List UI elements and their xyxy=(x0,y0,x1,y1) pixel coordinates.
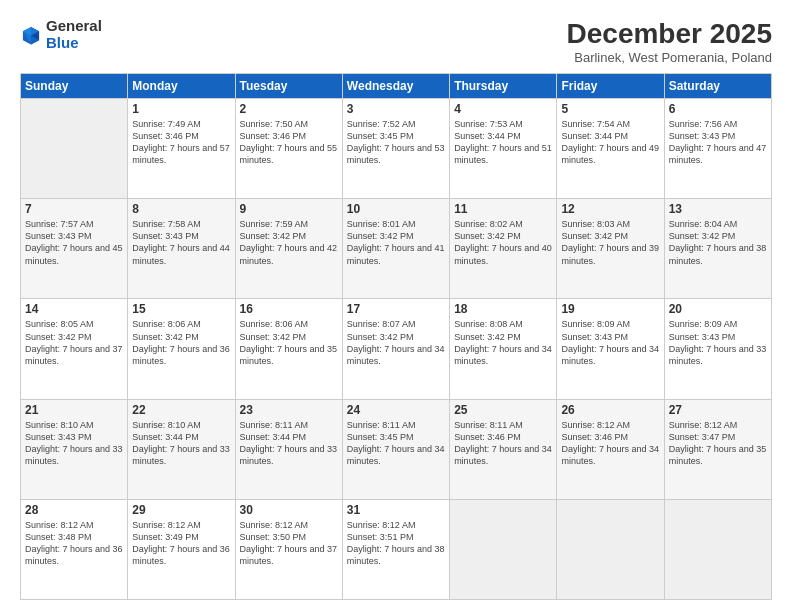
day-info: Sunrise: 7:58 AMSunset: 3:43 PMDaylight:… xyxy=(132,218,230,267)
calendar-cell xyxy=(557,499,664,599)
location-subtitle: Barlinek, West Pomerania, Poland xyxy=(567,50,772,65)
day-info: Sunrise: 8:11 AMSunset: 3:44 PMDaylight:… xyxy=(240,419,338,468)
calendar-week-3: 14Sunrise: 8:05 AMSunset: 3:42 PMDayligh… xyxy=(21,299,772,399)
calendar-cell: 27Sunrise: 8:12 AMSunset: 3:47 PMDayligh… xyxy=(664,399,771,499)
day-info: Sunrise: 8:12 AMSunset: 3:50 PMDaylight:… xyxy=(240,519,338,568)
day-number: 9 xyxy=(240,202,338,216)
day-number: 12 xyxy=(561,202,659,216)
day-number: 28 xyxy=(25,503,123,517)
calendar-cell: 23Sunrise: 8:11 AMSunset: 3:44 PMDayligh… xyxy=(235,399,342,499)
day-number: 30 xyxy=(240,503,338,517)
day-number: 8 xyxy=(132,202,230,216)
calendar-cell: 4Sunrise: 7:53 AMSunset: 3:44 PMDaylight… xyxy=(450,99,557,199)
page: General Blue December 2025 Barlinek, Wes… xyxy=(0,0,792,612)
logo-text: General Blue xyxy=(46,18,102,51)
calendar-cell: 7Sunrise: 7:57 AMSunset: 3:43 PMDaylight… xyxy=(21,199,128,299)
calendar-cell: 8Sunrise: 7:58 AMSunset: 3:43 PMDaylight… xyxy=(128,199,235,299)
logo-blue: Blue xyxy=(46,34,79,51)
calendar-cell: 14Sunrise: 8:05 AMSunset: 3:42 PMDayligh… xyxy=(21,299,128,399)
calendar-cell: 15Sunrise: 8:06 AMSunset: 3:42 PMDayligh… xyxy=(128,299,235,399)
calendar-cell: 26Sunrise: 8:12 AMSunset: 3:46 PMDayligh… xyxy=(557,399,664,499)
calendar-cell: 24Sunrise: 8:11 AMSunset: 3:45 PMDayligh… xyxy=(342,399,449,499)
calendar-cell: 20Sunrise: 8:09 AMSunset: 3:43 PMDayligh… xyxy=(664,299,771,399)
calendar-cell: 9Sunrise: 7:59 AMSunset: 3:42 PMDaylight… xyxy=(235,199,342,299)
day-number: 21 xyxy=(25,403,123,417)
header: General Blue December 2025 Barlinek, Wes… xyxy=(20,18,772,65)
calendar-week-5: 28Sunrise: 8:12 AMSunset: 3:48 PMDayligh… xyxy=(21,499,772,599)
logo-general: General xyxy=(46,17,102,34)
calendar-cell: 29Sunrise: 8:12 AMSunset: 3:49 PMDayligh… xyxy=(128,499,235,599)
day-number: 24 xyxy=(347,403,445,417)
day-info: Sunrise: 8:12 AMSunset: 3:47 PMDaylight:… xyxy=(669,419,767,468)
title-block: December 2025 Barlinek, West Pomerania, … xyxy=(567,18,772,65)
calendar-cell: 13Sunrise: 8:04 AMSunset: 3:42 PMDayligh… xyxy=(664,199,771,299)
calendar-cell: 25Sunrise: 8:11 AMSunset: 3:46 PMDayligh… xyxy=(450,399,557,499)
day-number: 26 xyxy=(561,403,659,417)
day-number: 3 xyxy=(347,102,445,116)
day-number: 14 xyxy=(25,302,123,316)
calendar-cell: 2Sunrise: 7:50 AMSunset: 3:46 PMDaylight… xyxy=(235,99,342,199)
calendar-cell xyxy=(664,499,771,599)
day-number: 27 xyxy=(669,403,767,417)
day-info: Sunrise: 8:06 AMSunset: 3:42 PMDaylight:… xyxy=(132,318,230,367)
day-info: Sunrise: 8:01 AMSunset: 3:42 PMDaylight:… xyxy=(347,218,445,267)
weekday-header-monday: Monday xyxy=(128,74,235,99)
day-number: 29 xyxy=(132,503,230,517)
day-number: 25 xyxy=(454,403,552,417)
calendar-cell: 30Sunrise: 8:12 AMSunset: 3:50 PMDayligh… xyxy=(235,499,342,599)
day-info: Sunrise: 8:12 AMSunset: 3:46 PMDaylight:… xyxy=(561,419,659,468)
day-number: 20 xyxy=(669,302,767,316)
calendar-table: SundayMondayTuesdayWednesdayThursdayFrid… xyxy=(20,73,772,600)
day-number: 2 xyxy=(240,102,338,116)
calendar-cell: 31Sunrise: 8:12 AMSunset: 3:51 PMDayligh… xyxy=(342,499,449,599)
day-number: 18 xyxy=(454,302,552,316)
day-number: 19 xyxy=(561,302,659,316)
weekday-header-thursday: Thursday xyxy=(450,74,557,99)
day-info: Sunrise: 8:06 AMSunset: 3:42 PMDaylight:… xyxy=(240,318,338,367)
day-info: Sunrise: 7:59 AMSunset: 3:42 PMDaylight:… xyxy=(240,218,338,267)
day-info: Sunrise: 7:53 AMSunset: 3:44 PMDaylight:… xyxy=(454,118,552,167)
day-info: Sunrise: 8:09 AMSunset: 3:43 PMDaylight:… xyxy=(561,318,659,367)
day-info: Sunrise: 8:12 AMSunset: 3:48 PMDaylight:… xyxy=(25,519,123,568)
day-number: 10 xyxy=(347,202,445,216)
day-number: 16 xyxy=(240,302,338,316)
calendar-cell: 16Sunrise: 8:06 AMSunset: 3:42 PMDayligh… xyxy=(235,299,342,399)
logo: General Blue xyxy=(20,18,102,51)
month-title: December 2025 xyxy=(567,18,772,50)
calendar-cell: 18Sunrise: 8:08 AMSunset: 3:42 PMDayligh… xyxy=(450,299,557,399)
weekday-header-tuesday: Tuesday xyxy=(235,74,342,99)
day-number: 1 xyxy=(132,102,230,116)
weekday-header-sunday: Sunday xyxy=(21,74,128,99)
day-info: Sunrise: 8:11 AMSunset: 3:46 PMDaylight:… xyxy=(454,419,552,468)
day-info: Sunrise: 7:50 AMSunset: 3:46 PMDaylight:… xyxy=(240,118,338,167)
day-info: Sunrise: 8:10 AMSunset: 3:43 PMDaylight:… xyxy=(25,419,123,468)
day-number: 7 xyxy=(25,202,123,216)
logo-icon xyxy=(20,24,42,46)
calendar-cell: 11Sunrise: 8:02 AMSunset: 3:42 PMDayligh… xyxy=(450,199,557,299)
calendar-cell: 22Sunrise: 8:10 AMSunset: 3:44 PMDayligh… xyxy=(128,399,235,499)
day-info: Sunrise: 8:07 AMSunset: 3:42 PMDaylight:… xyxy=(347,318,445,367)
day-number: 15 xyxy=(132,302,230,316)
day-info: Sunrise: 7:57 AMSunset: 3:43 PMDaylight:… xyxy=(25,218,123,267)
calendar-cell: 6Sunrise: 7:56 AMSunset: 3:43 PMDaylight… xyxy=(664,99,771,199)
day-number: 31 xyxy=(347,503,445,517)
calendar-cell: 21Sunrise: 8:10 AMSunset: 3:43 PMDayligh… xyxy=(21,399,128,499)
day-info: Sunrise: 8:10 AMSunset: 3:44 PMDaylight:… xyxy=(132,419,230,468)
calendar-cell: 10Sunrise: 8:01 AMSunset: 3:42 PMDayligh… xyxy=(342,199,449,299)
day-info: Sunrise: 8:05 AMSunset: 3:42 PMDaylight:… xyxy=(25,318,123,367)
weekday-header-row: SundayMondayTuesdayWednesdayThursdayFrid… xyxy=(21,74,772,99)
calendar-cell: 1Sunrise: 7:49 AMSunset: 3:46 PMDaylight… xyxy=(128,99,235,199)
day-info: Sunrise: 8:03 AMSunset: 3:42 PMDaylight:… xyxy=(561,218,659,267)
day-info: Sunrise: 7:49 AMSunset: 3:46 PMDaylight:… xyxy=(132,118,230,167)
calendar-cell: 5Sunrise: 7:54 AMSunset: 3:44 PMDaylight… xyxy=(557,99,664,199)
day-info: Sunrise: 8:08 AMSunset: 3:42 PMDaylight:… xyxy=(454,318,552,367)
day-info: Sunrise: 8:04 AMSunset: 3:42 PMDaylight:… xyxy=(669,218,767,267)
calendar-week-4: 21Sunrise: 8:10 AMSunset: 3:43 PMDayligh… xyxy=(21,399,772,499)
calendar-cell: 17Sunrise: 8:07 AMSunset: 3:42 PMDayligh… xyxy=(342,299,449,399)
day-info: Sunrise: 8:02 AMSunset: 3:42 PMDaylight:… xyxy=(454,218,552,267)
calendar-cell xyxy=(450,499,557,599)
day-info: Sunrise: 7:52 AMSunset: 3:45 PMDaylight:… xyxy=(347,118,445,167)
calendar-week-1: 1Sunrise: 7:49 AMSunset: 3:46 PMDaylight… xyxy=(21,99,772,199)
calendar-week-2: 7Sunrise: 7:57 AMSunset: 3:43 PMDaylight… xyxy=(21,199,772,299)
day-info: Sunrise: 7:56 AMSunset: 3:43 PMDaylight:… xyxy=(669,118,767,167)
